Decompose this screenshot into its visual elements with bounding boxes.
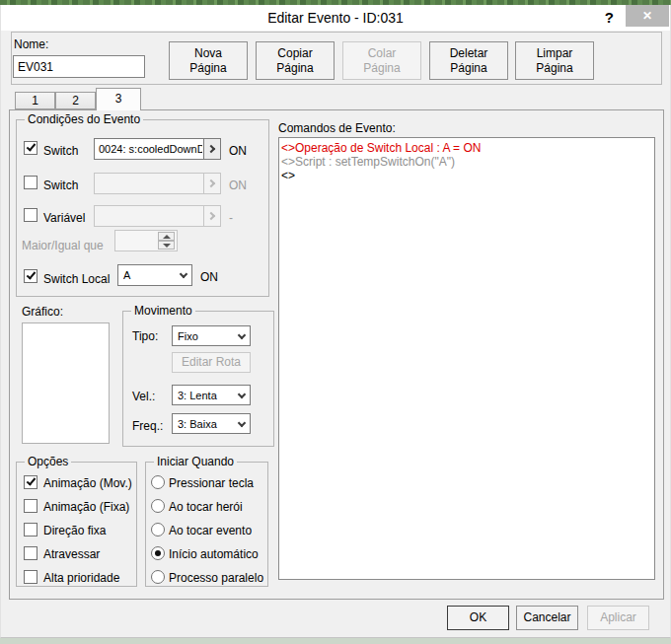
trigger-autorun-label[interactable]: Início automático — [169, 547, 259, 561]
copy-page-button-label2: Página — [257, 61, 334, 76]
check-icon — [27, 269, 37, 279]
trigger-group-title: Iniciar Quando — [154, 455, 237, 468]
option-priority-checkbox[interactable] — [24, 570, 37, 584]
option-step-anim-checkbox[interactable] — [24, 499, 37, 513]
tab-page-3[interactable]: 3 — [96, 88, 141, 110]
switch2-checkbox[interactable] — [24, 176, 37, 189]
command-line[interactable]: <> — [281, 169, 652, 182]
threshold-label: Maior/Igual que — [22, 239, 104, 252]
trigger-event-touch-radio[interactable] — [151, 523, 165, 537]
movement-type-value: Fixo — [178, 330, 234, 342]
chevron-down-icon — [238, 391, 246, 398]
event-name-input[interactable] — [13, 55, 145, 78]
threshold-spinner — [114, 230, 178, 251]
movement-freq-label: Freq.: — [132, 419, 163, 433]
switch1-checkbox[interactable] — [24, 141, 37, 155]
ok-button[interactable]: OK — [447, 606, 509, 630]
screen: Editar Evento - ID:031 ? ✕ Nome: Nova Pá… — [0, 0, 671, 644]
switch1-label[interactable]: Switch — [43, 144, 78, 158]
option-step-anim-label[interactable]: Animação (Fixa) — [43, 500, 129, 514]
trigger-key-radio[interactable] — [151, 475, 165, 489]
switch2-label[interactable]: Switch — [43, 179, 78, 192]
map-edge-bottom — [0, 638, 671, 644]
clear-page-button[interactable]: Limpar Página — [515, 41, 594, 80]
close-icon: ✕ — [642, 9, 652, 23]
tab-page-1[interactable]: 1 — [15, 92, 55, 109]
command-list[interactable]: <>Operação de Switch Local : A = ON <>Sc… — [278, 137, 655, 580]
local-switch-state: ON — [200, 270, 218, 284]
dialog-title: Editar Evento - ID:031 — [1, 10, 670, 26]
edit-route-button: Editar Rota — [172, 352, 251, 373]
variable-label[interactable]: Variável — [43, 211, 85, 225]
chevron-right-icon — [207, 145, 215, 153]
edit-event-dialog: Editar Evento - ID:031 ? ✕ Nome: Nova Pá… — [0, 5, 671, 638]
option-through-label[interactable]: Atravessar — [43, 547, 100, 561]
options-group-title: Opções — [25, 455, 71, 468]
local-switch-checkbox[interactable] — [24, 269, 37, 283]
movement-freq-value: 3: Baixa — [178, 418, 234, 430]
movement-freq-select[interactable]: 3: Baixa — [172, 413, 251, 434]
switch1-browse-button[interactable] — [203, 139, 220, 159]
switch1-picker[interactable]: 0024: s:cooledDownD. — [94, 138, 221, 160]
switch2-browse-button — [203, 174, 220, 193]
movement-type-select[interactable]: Fixo — [172, 325, 251, 346]
chevron-down-icon — [238, 419, 246, 427]
spinner-down-button[interactable] — [158, 241, 175, 250]
clear-page-button-label2: Página — [516, 61, 593, 76]
conditions-group-title: Condições do Evento — [25, 112, 143, 126]
option-walk-anim-label[interactable]: Animação (Mov.) — [43, 476, 132, 490]
trigger-event-touch-label[interactable]: Ao tocar evento — [169, 524, 252, 537]
command-line[interactable]: <>Script : setTempSwitchOn("A") — [281, 155, 652, 169]
movement-speed-label: Vel.: — [132, 390, 155, 403]
commands-label: Comandos de Evento: — [278, 121, 396, 135]
chevron-down-icon — [180, 270, 187, 278]
tab-page-2[interactable]: 2 — [55, 92, 96, 109]
paste-page-button-label2: Página — [343, 61, 420, 76]
delete-page-button[interactable]: Deletar Página — [429, 41, 508, 80]
movement-group-title: Movimento — [131, 304, 195, 318]
spinner-down-icon — [163, 244, 171, 248]
new-page-button-label2: Página — [170, 61, 247, 76]
local-switch-select[interactable]: A — [117, 264, 192, 286]
variable-browse-button — [203, 206, 220, 226]
trigger-parallel-radio[interactable] — [151, 570, 165, 584]
trigger-player-touch-radio[interactable] — [151, 499, 165, 513]
local-switch-label[interactable]: Switch Local — [43, 272, 110, 286]
copy-page-button[interactable]: Copiar Página — [256, 41, 335, 80]
trigger-key-label[interactable]: Pressionar tecla — [169, 476, 254, 490]
trigger-parallel-label[interactable]: Processo paralelo — [169, 571, 263, 585]
new-page-button[interactable]: Nova Página — [169, 41, 248, 80]
clear-page-button-label: Limpar — [516, 46, 593, 61]
option-fixed-dir-checkbox[interactable] — [24, 523, 37, 537]
option-fixed-dir-label[interactable]: Direção fixa — [43, 524, 106, 537]
chevron-right-icon — [207, 212, 215, 220]
movement-type-label: Tipo: — [132, 329, 158, 343]
trigger-player-touch-label[interactable]: Ao tocar herói — [169, 500, 243, 514]
close-button[interactable]: ✕ — [626, 5, 669, 27]
option-walk-anim-checkbox[interactable] — [24, 475, 37, 489]
cancel-button[interactable]: Cancelar — [516, 606, 578, 630]
name-label: Nome: — [14, 37, 48, 51]
title-bar: Editar Evento - ID:031 ? ✕ — [1, 5, 670, 31]
trigger-autorun-radio[interactable] — [151, 546, 165, 560]
check-icon — [27, 141, 37, 151]
variable-checkbox[interactable] — [24, 208, 37, 222]
option-priority-label[interactable]: Alta prioridade — [43, 571, 119, 585]
option-through-checkbox[interactable] — [24, 546, 37, 560]
switch2-state: ON — [229, 179, 247, 192]
copy-page-button-label: Copiar — [257, 46, 334, 61]
local-switch-value: A — [123, 269, 176, 281]
radio-dot-icon — [155, 550, 161, 556]
help-button[interactable]: ? — [605, 9, 614, 26]
spinner-up-icon — [163, 235, 171, 239]
delete-page-button-label: Deletar — [430, 46, 507, 61]
switch1-state: ON — [229, 144, 247, 158]
apply-button: Aplicar — [587, 606, 649, 630]
spinner-buttons — [158, 232, 175, 250]
paste-page-button-label: Colar — [343, 46, 420, 61]
spinner-up-button[interactable] — [158, 232, 175, 241]
graphic-preview[interactable] — [22, 322, 110, 444]
command-line[interactable]: <>Operação de Switch Local : A = ON — [281, 141, 652, 155]
movement-speed-select[interactable]: 3: Lenta — [172, 385, 251, 405]
chevron-down-icon — [238, 331, 246, 339]
